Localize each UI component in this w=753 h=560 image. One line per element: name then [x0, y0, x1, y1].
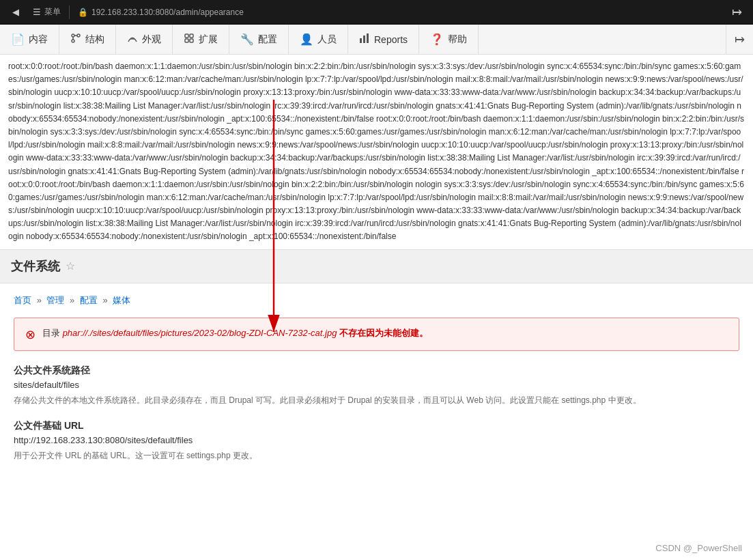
public-path-label: 公共文件系统路径: [14, 365, 739, 377]
svg-point-0: [72, 34, 74, 37]
breadcrumb-home[interactable]: 首页: [14, 295, 31, 305]
admin-menu-content[interactable]: 📄 内容: [0, 25, 59, 55]
admin-menu-reports[interactable]: Reports: [348, 25, 419, 55]
svg-rect-7: [185, 39, 188, 42]
url-icon: 🔒: [78, 8, 88, 17]
reports-label: Reports: [374, 34, 408, 45]
svg-point-2: [72, 40, 74, 42]
public-url-label: 公文件基础 URL: [14, 420, 739, 432]
section-title: 文件系统: [11, 258, 60, 275]
admin-menu-people[interactable]: 👤 人员: [289, 25, 348, 55]
svg-rect-8: [190, 39, 193, 42]
breadcrumb-sep-2: »: [70, 295, 77, 305]
admin-menu-bar: 📄 内容 结构 外观 扩展 🔧 配置 👤 人员: [0, 25, 753, 55]
breadcrumb-config[interactable]: 配置: [80, 295, 98, 305]
extend-label: 扩展: [199, 33, 218, 46]
admin-menu-help[interactable]: ❓ 帮助: [419, 25, 479, 55]
content-text-area: root:x:0:0:root:/root:/bin/bash daemon:x…: [0, 55, 753, 250]
nav-address[interactable]: 🔒 192.168.233.130:8080/admin/appearance: [71, 0, 344, 25]
nav-label: 菜单: [44, 6, 61, 18]
error-text: 目录 phar://./sites/default/files/pictures…: [42, 326, 428, 340]
svg-rect-10: [363, 36, 365, 43]
svg-rect-6: [190, 34, 193, 38]
public-url-section: 公文件基础 URL http://192.168.233.130:8080/si…: [14, 420, 739, 462]
public-path-section: 公共文件系统路径 sites/default/files 存储公共文件的本地文件…: [14, 365, 739, 406]
config-icon: 🔧: [240, 33, 254, 46]
appearance-label: 外观: [142, 33, 161, 46]
menu-icon: ☰: [33, 7, 41, 17]
help-icon: ❓: [430, 33, 444, 46]
help-label: 帮助: [448, 33, 467, 46]
public-url-desc: 用于公开文件 URL 的基础 URL。这一设置可在 settings.php 更…: [14, 449, 739, 462]
admin-menu-config[interactable]: 🔧 配置: [229, 25, 289, 55]
page-content-area: 首页 » 管理 » 配置 » 媒体 ⊗ 目录 phar://./sites/de…: [0, 283, 753, 486]
toggle-icon: ↦: [735, 32, 745, 47]
back-icon: ◀: [12, 7, 19, 17]
content-icon: 📄: [11, 33, 25, 46]
nav-menu-button[interactable]: ☰ 菜单: [26, 0, 68, 25]
admin-menu-appearance[interactable]: 外观: [116, 25, 173, 55]
breadcrumb-sep-3: »: [103, 295, 111, 305]
error-prefix: 目录: [42, 328, 63, 338]
bookmark-star-icon[interactable]: ☆: [66, 260, 75, 272]
public-path-value: sites/default/files: [14, 380, 739, 390]
admin-menu-extend[interactable]: 扩展: [173, 25, 229, 55]
appearance-icon: [127, 33, 138, 46]
structure-icon: [70, 33, 81, 46]
people-label: 人员: [317, 33, 337, 46]
nav-separator-1: [69, 5, 70, 19]
reports-icon: [359, 33, 370, 46]
error-icon: ⊗: [25, 327, 35, 342]
breadcrumb-manage[interactable]: 管理: [46, 295, 64, 305]
public-url-value: http://192.168.233.130:8080/sites/defaul…: [14, 435, 739, 445]
nav-toggle-button[interactable]: ↦: [726, 5, 748, 20]
admin-menu-toggle[interactable]: ↦: [726, 25, 753, 55]
svg-rect-11: [367, 33, 369, 43]
svg-rect-9: [360, 38, 362, 43]
error-suffix: 不存在因为未能创建。: [337, 328, 428, 338]
structure-label: 结构: [85, 33, 104, 46]
admin-menu-structure[interactable]: 结构: [59, 25, 116, 55]
content-label: 内容: [29, 33, 48, 46]
section-header: 文件系统 ☆: [0, 250, 753, 283]
extend-icon: [184, 33, 195, 46]
breadcrumb: 首页 » 管理 » 配置 » 媒体: [14, 294, 739, 307]
breadcrumb-sep-1: »: [37, 295, 44, 305]
people-icon: 👤: [300, 33, 313, 46]
public-path-desc: 存储公共文件的本地文件系统路径。此目录必须存在，而且 Drupal 可写。此目录…: [14, 394, 739, 406]
svg-point-1: [77, 34, 80, 37]
top-nav-bar: ◀ ☰ 菜单 🔒 192.168.233.130:8080/admin/appe…: [0, 0, 753, 25]
config-label: 配置: [258, 33, 277, 46]
error-path: phar://./sites/default/files/pictures/20…: [63, 328, 337, 338]
watermark-text: CSDN @_PowerShell: [655, 543, 742, 553]
svg-rect-5: [185, 34, 188, 38]
nav-back-button[interactable]: ◀: [5, 0, 26, 25]
error-message-box: ⊗ 目录 phar://./sites/default/files/pictur…: [14, 318, 739, 351]
url-text: 192.168.233.130:8080/admin/appearance: [91, 8, 244, 17]
breadcrumb-media[interactable]: 媒体: [113, 295, 130, 305]
passwd-content: root:x:0:0:root:/root:/bin/bash daemon:x…: [8, 61, 744, 241]
